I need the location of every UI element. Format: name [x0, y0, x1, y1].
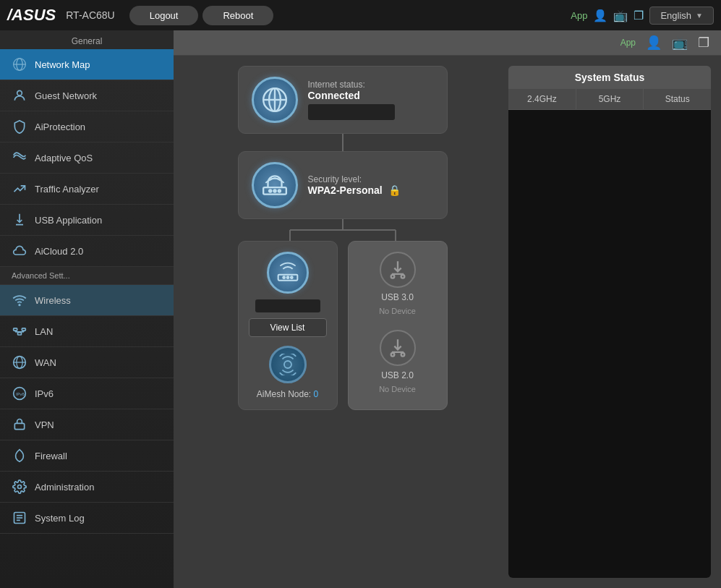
sidebar-item-wan[interactable]: WAN [0, 347, 174, 378]
svg-rect-6 [22, 328, 25, 331]
internet-ip-bar [308, 104, 395, 120]
svg-text:IPv6: IPv6 [16, 392, 25, 396]
sidebar-item-wireless[interactable]: Wireless [0, 285, 174, 316]
sidebar-item-label: USB Application [35, 215, 102, 226]
sidebar-item-label: Guest Network [35, 90, 97, 101]
sidebar-item-system-log[interactable]: System Log [0, 503, 174, 534]
usb3-icon [380, 252, 416, 288]
sidebar-item-label: AiProtection [35, 122, 85, 132]
sidebar-item-firewall[interactable]: Firewall [0, 440, 174, 472]
svg-point-28 [269, 189, 271, 192]
system-status-panel: System Status 2.4GHz 5GHz Status [508, 66, 711, 578]
administration-icon [12, 479, 27, 495]
internet-info: Internet status: Connected [308, 80, 395, 120]
display-icon[interactable]: 📺 [672, 35, 688, 51]
system-status-title: System Status [508, 66, 711, 89]
advanced-settings-header: Advanced Sett... [0, 267, 174, 285]
svg-point-40 [391, 275, 394, 278]
aimesh-count: 0 [314, 389, 319, 399]
sidebar-item-network-map[interactable]: Network Map [0, 49, 174, 80]
router-icon [252, 162, 298, 208]
language-selector[interactable]: English ▼ [649, 7, 714, 25]
sidebar-item-label: LAN [35, 326, 53, 337]
tab-status[interactable]: Status [644, 89, 711, 109]
reboot-button[interactable]: Reboot [202, 6, 273, 25]
share-icon[interactable]: ❐ [633, 9, 644, 22]
internet-node-card[interactable]: Internet status: Connected [238, 66, 448, 134]
sidebar-item-traffic-analyzer[interactable]: Traffic Analyzer [0, 174, 174, 205]
content-top-bar: App 👤 📺 ❐ [174, 30, 721, 56]
wireless-node-icon [267, 252, 309, 294]
share-network-icon[interactable]: ❐ [698, 35, 709, 51]
wan-icon [12, 354, 27, 370]
sidebar-item-label: Firewall [35, 451, 67, 461]
chevron-down-icon: ▼ [696, 12, 703, 20]
sidebar-item-label: System Log [35, 513, 85, 524]
internet-icon [252, 77, 298, 123]
usb2-label: USB 2.0 [381, 370, 414, 380]
content-icons: App 👤 📺 ❐ [620, 35, 709, 51]
svg-point-42 [391, 353, 394, 357]
tab-24ghz[interactable]: 2.4GHz [508, 89, 576, 109]
internet-status-label: Internet status: [308, 80, 395, 90]
user-icon[interactable]: 👤 [593, 9, 607, 22]
sidebar-item-administration[interactable]: Administration [0, 472, 174, 503]
tab-5ghz[interactable]: 5GHz [576, 89, 644, 109]
sidebar-item-label: WAN [35, 357, 56, 368]
sidebar-item-lan[interactable]: LAN [0, 316, 174, 347]
top-nav: Logout Reboot [129, 6, 274, 25]
svg-point-43 [401, 353, 404, 357]
fork-connector [238, 219, 448, 241]
app-label: App [571, 10, 587, 21]
sidebar-item-usb-application[interactable]: USB Application [0, 205, 174, 236]
usb3-label: USB 3.0 [381, 292, 414, 302]
wireless-icon [12, 292, 27, 308]
logo-asus: /ASUS [7, 6, 56, 25]
monitor-icon[interactable]: 📺 [613, 9, 628, 22]
sidebar-item-label: Administration [35, 482, 94, 493]
sidebar-item-guest-network[interactable]: Guest Network [0, 80, 174, 111]
internet-status-value: Connected [308, 90, 395, 101]
vpn-icon [12, 417, 27, 433]
svg-rect-5 [14, 328, 17, 331]
sidebar-item-label: Wireless [35, 295, 71, 306]
svg-point-39 [284, 361, 291, 368]
top-bar: /ASUS RT-AC68U Logout Reboot App 👤 📺 ❐ E… [0, 0, 721, 30]
svg-rect-7 [18, 333, 22, 335]
network-map-area: Internet status: Connected [174, 56, 721, 588]
content-area: App 👤 📺 ❐ [174, 30, 721, 588]
usb-node-card: USB 3.0 No Device USB 2.0 No [348, 241, 448, 410]
sidebar-item-label: VPN [35, 419, 54, 430]
sidebar-item-label: Adaptive QoS [35, 153, 93, 163]
sidebar-item-aicloud[interactable]: AiCloud 2.0 [0, 236, 174, 267]
bottom-nodes: View List AiMesh N [238, 241, 448, 410]
svg-point-41 [401, 275, 404, 278]
view-list-button[interactable]: View List [249, 318, 327, 337]
svg-point-38 [291, 276, 293, 278]
router-info: Security level: WPA2-Personal 🔒 [308, 174, 401, 196]
logout-button[interactable]: Logout [129, 6, 199, 25]
svg-point-36 [283, 276, 285, 278]
user-profile-icon[interactable]: 👤 [646, 35, 662, 51]
device-ip-bar [255, 299, 320, 312]
sidebar-item-adaptive-qos[interactable]: Adaptive QoS [0, 142, 174, 174]
traffic-analyzer-icon [12, 181, 27, 197]
usb2-status: No Device [379, 385, 416, 393]
top-right: App 👤 📺 ❐ English ▼ [571, 7, 714, 25]
sidebar-item-label: AiCloud 2.0 [35, 246, 83, 257]
connector-line-1 [342, 134, 344, 151]
main-layout: General Network Map Guest Network AiProt… [0, 30, 721, 588]
aicloud-icon [12, 243, 27, 259]
sidebar-item-ipv6[interactable]: IPv6 IPv6 [0, 378, 174, 409]
router-node-card[interactable]: Security level: WPA2-Personal 🔒 [238, 151, 448, 219]
wireless-node-card[interactable]: View List AiMesh N [238, 241, 338, 410]
security-label: Security level: [308, 174, 401, 184]
aimesh-icon [269, 346, 307, 383]
sidebar-item-aiprotection[interactable]: AiProtection [0, 111, 174, 142]
language-label: English [660, 10, 691, 21]
logo-model: RT-AC68U [66, 9, 114, 21]
sidebar-item-vpn[interactable]: VPN [0, 409, 174, 440]
center-panel: Internet status: Connected [184, 66, 501, 578]
status-tabs: 2.4GHz 5GHz Status [508, 89, 711, 110]
ipv6-icon: IPv6 [12, 385, 27, 401]
